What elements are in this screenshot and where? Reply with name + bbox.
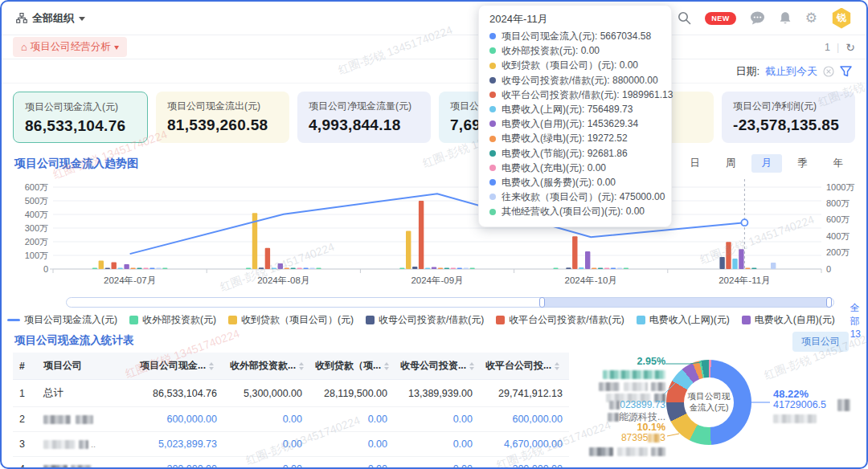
donut-label-company-censored	[571, 444, 665, 459]
tab-bar: ⌂ 项目公司经营分析 1 | ↻	[2, 35, 866, 59]
filter-row: 日期: 截止到今天	[2, 59, 866, 84]
tooltip-item: 收到贷款（项目公司）(元): 0.00	[489, 58, 661, 72]
donut-panel: 项目公司 项目公司现金流入(元) 2.95% 023899.73 能源科技...…	[567, 330, 855, 457]
legend-item[interactable]: 收母公司投资款/借款(元)	[366, 313, 484, 327]
period-selector: 日 周 月 季 年	[680, 154, 854, 173]
chevron-down-icon	[79, 17, 85, 21]
svg-text:100万: 100万	[25, 251, 48, 260]
legend-item[interactable]: 收外部投资款(元)	[129, 313, 216, 327]
column-header[interactable]: 项目公司现金...	[133, 353, 223, 380]
tooltip-items: 项目公司现金流入(元): 5667034.58收外部投资款(元): 0.00收到…	[489, 29, 661, 219]
period-tab-year[interactable]: 年	[823, 154, 854, 173]
legend-item[interactable]: 收平台公司投资款/借款(元)	[496, 313, 624, 327]
tooltip-item: 收母公司投资款/借款(元): 880000.00	[489, 73, 661, 88]
tooltip-item: 往来收款（项目公司）(元): 475000.00	[489, 190, 661, 204]
svg-text:1000万: 1000万	[826, 182, 854, 192]
kpi-value: -23,578,135.85	[733, 116, 844, 134]
chart-tooltip: 2024年-11月 项目公司现金流入(元): 5667034.58收外部投资款(…	[478, 5, 672, 227]
tooltip-item: 电费收入(自用)(元): 1453629.34	[489, 116, 661, 131]
table-row[interactable]: 1总计86,533,104.765,300,000.0028,119,500.0…	[13, 380, 569, 407]
sort-caret-icon[interactable]	[209, 362, 214, 370]
svg-text:0: 0	[43, 264, 48, 274]
table-title: 项目公司现金流入统计表	[14, 333, 563, 348]
table-header-row: #项目公司项目公司现金...收外部投资款...收到贷款（项...收母公司投资..…	[13, 353, 569, 380]
column-header[interactable]: 收外部投资款...	[223, 353, 309, 380]
column-header: #	[13, 353, 37, 380]
cash-inflow-table: #项目公司项目公司现金...收外部投资款...收到贷款（项...收母公司投资..…	[13, 353, 569, 469]
kpi-value: 81,539,260.58	[167, 116, 278, 134]
legend-item[interactable]: 电费收入(上网)(元)	[637, 313, 730, 327]
kpi-card-cash-inflow[interactable]: 项目公司现金流入(元) 86,533,104.76	[13, 92, 148, 143]
series-color-dot	[489, 194, 496, 200]
message-icon[interactable]	[750, 11, 765, 25]
column-header[interactable]: 收母公司投资...	[394, 353, 479, 380]
svg-text:2024年-09月: 2024年-09月	[411, 275, 463, 285]
legend-item[interactable]: 电费收入(自用)(元)	[742, 313, 835, 327]
sort-caret-icon[interactable]	[384, 362, 389, 370]
search-icon[interactable]	[678, 11, 691, 25]
date-filter-value[interactable]: 截止到今天	[765, 64, 817, 79]
chart-legend: 项目公司现金流入(元)收外部投资款(元)收到贷款（项目公司）(元)收母公司投资款…	[14, 310, 854, 330]
trend-title: 项目公司现金流入趋势图	[14, 157, 138, 171]
series-color-dot	[489, 136, 496, 142]
date-filter-label: 日期:	[735, 64, 760, 79]
tooltip-item: 电费收入(绿电)(元): 19272.52	[489, 131, 661, 145]
svg-text:600万: 600万	[25, 182, 48, 192]
tab-project-analysis[interactable]: ⌂ 项目公司经营分析	[13, 37, 127, 57]
sort-caret-icon[interactable]	[469, 362, 474, 370]
table-row[interactable]: 2600,000.000.000.000.00600,000.00	[13, 407, 569, 432]
kpi-value: 4,993,844.18	[309, 116, 420, 134]
series-color-dot	[489, 47, 496, 54]
donut-label-blue-pct: 48.22%	[773, 388, 809, 400]
donut-label-teal-pct: 2.95%	[571, 356, 665, 367]
tooltip-item: 电费收入(节能)(元): 92681.86	[489, 146, 661, 161]
gear-icon[interactable]: ⚙	[805, 11, 817, 25]
bell-icon[interactable]	[779, 11, 792, 25]
org-selector[interactable]: 全部组织	[16, 11, 85, 26]
series-color-dot	[489, 92, 496, 98]
table-row[interactable]: 3 ..5,023,899.730.000.000.004,670,000.00	[13, 432, 569, 457]
refresh-icon[interactable]: ↻	[845, 41, 855, 54]
donut-label-lightblue-value: 023899.73	[571, 399, 665, 410]
period-tab-quarter[interactable]: 季	[787, 154, 818, 173]
trend-header: 项目公司现金流入趋势图 日 周 月 季 年	[2, 151, 866, 173]
column-header[interactable]: 收平台公司投...	[479, 353, 569, 380]
donut-label-yellow-pct: 10.1%	[571, 422, 665, 433]
kpi-value: 86,533,104.76	[25, 117, 136, 135]
svg-text:500万: 500万	[25, 196, 48, 206]
page-number: 1	[825, 42, 830, 53]
svg-text:400万: 400万	[826, 231, 850, 241]
donut-label-yellow-value: 873953	[571, 432, 665, 443]
brush-selection[interactable]	[542, 298, 829, 307]
brush-handle-left[interactable]	[539, 297, 545, 308]
donut-badge[interactable]: 项目公司	[792, 332, 849, 352]
tooltip-item: 电费收入(服务费)(元): 0.00	[489, 175, 661, 190]
filter-funnel-icon[interactable]	[840, 66, 852, 77]
table-row[interactable]: 4 ...200,000.000.000.000.00200,000.00	[13, 457, 569, 469]
kpi-card-net-profit[interactable]: 项目公司净利润(元) -23,578,135.85	[722, 92, 855, 143]
sort-caret-icon[interactable]	[299, 362, 304, 370]
chevron-down-icon	[114, 46, 119, 50]
period-tab-day[interactable]: 日	[680, 154, 711, 173]
legend-item[interactable]: 收到贷款（项目公司）(元)	[228, 313, 354, 327]
clear-filter-icon[interactable]	[823, 66, 834, 77]
kpi-cards-row: 项目公司现金流入(元) 86,533,104.76 项目公司现金流出(元) 81…	[2, 84, 866, 151]
tooltip-item: 电费收入(上网)(元): 756489.73	[489, 102, 661, 116]
column-header[interactable]: 收到贷款（项...	[309, 353, 394, 380]
chart-brush[interactable]	[66, 297, 834, 308]
org-tree-icon	[16, 13, 27, 23]
svg-text:800万: 800万	[826, 198, 850, 208]
sort-caret-icon[interactable]	[555, 362, 559, 370]
legend-item[interactable]: 项目公司现金流入(元)	[7, 313, 117, 327]
donut-label-company-censored	[773, 411, 817, 426]
kpi-card-net-cashflow[interactable]: 项目公司净现金流量(元) 4,993,844.18	[297, 92, 431, 143]
svg-text:2024年-08月: 2024年-08月	[257, 275, 309, 285]
period-tab-week[interactable]: 周	[715, 154, 747, 173]
org-selector-label: 全部组织	[32, 11, 74, 26]
period-tab-month[interactable]: 月	[751, 154, 783, 173]
new-badge[interactable]: NEW	[705, 12, 736, 25]
kpi-card-cash-outflow[interactable]: 项目公司现金流出(元) 81,539,260.58	[156, 92, 289, 143]
trend-chart[interactable]: 600万500万400万300万200万100万01000万800万600万40…	[14, 173, 854, 296]
avatar[interactable]: 锐	[831, 8, 852, 29]
brush-handle-right[interactable]	[826, 297, 832, 308]
